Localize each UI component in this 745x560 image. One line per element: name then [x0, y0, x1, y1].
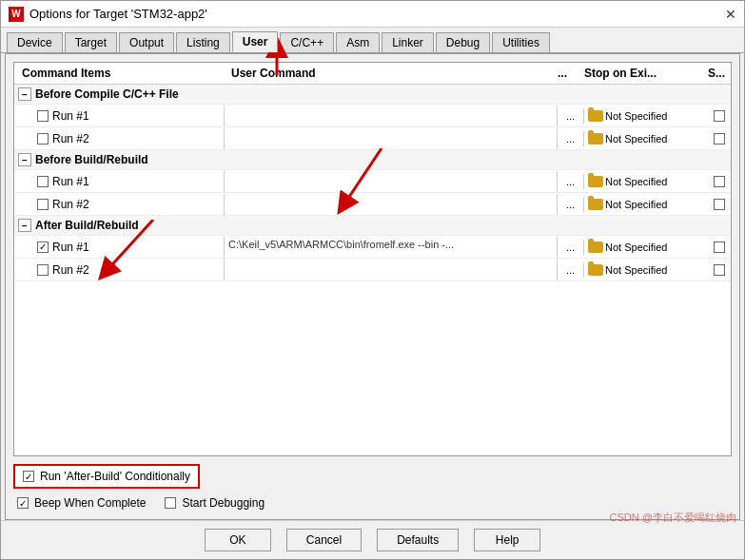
after-build-run2-dots[interactable]: ... — [558, 262, 584, 278]
tab-output[interactable]: Output — [119, 32, 174, 52]
tab-utilities[interactable]: Utilities — [492, 32, 550, 52]
title-bar: W Options for Target 'STM32-app2' ✕ — [1, 1, 744, 28]
before-compile-run2-label: Run #2 — [14, 130, 224, 147]
bottom-section: ✓ Run 'After-Build' Conditionally ✓ Beep… — [13, 464, 732, 512]
tab-linker[interactable]: Linker — [382, 32, 434, 52]
expand-before-compile[interactable]: − — [18, 87, 31, 101]
folder-icon-4 — [588, 199, 603, 210]
before-build-run1-checkbox[interactable] — [37, 176, 49, 187]
expand-after-build[interactable]: − — [18, 219, 31, 232]
beep-checkbox[interactable]: ✓ — [17, 497, 29, 509]
defaults-button[interactable]: Defaults — [377, 529, 459, 551]
before-build-run2-dots[interactable]: ... — [558, 197, 584, 212]
before-build-run2-stop — [708, 199, 731, 210]
after-build-run2-checkbox[interactable] — [37, 264, 49, 276]
before-compile-run1-checkbox[interactable] — [37, 110, 49, 122]
after-build-run1-dots[interactable]: ... — [558, 240, 584, 255]
before-build-run2: Run #2 ... Not Specified — [14, 193, 731, 216]
help-button[interactable]: Help — [474, 529, 540, 551]
before-compile-run1-command[interactable] — [224, 106, 558, 126]
section-before-build-title: − Before Build/Rebuild — [14, 150, 224, 169]
before-build-run2-ns-text: Not Specified — [605, 199, 667, 210]
start-debugging-checkbox[interactable] — [165, 497, 176, 509]
table-header: Command Items User Command ... Stop on E… — [14, 63, 731, 85]
run-conditionally-box: ✓ Run 'After-Build' Conditionally — [13, 464, 200, 489]
after-build-run2-command[interactable] — [224, 260, 558, 280]
after-build-run1-checkbox[interactable]: ✓ — [37, 241, 49, 253]
expand-before-build[interactable]: − — [18, 153, 31, 166]
after-build-run1-stop-cb[interactable] — [714, 241, 725, 253]
after-build-run2-ns-text: Not Specified — [605, 264, 667, 276]
title-bar-left: W Options for Target 'STM32-app2' — [9, 7, 207, 22]
after-build-run2-checkbox-wrap — [37, 264, 49, 276]
before-build-run1-stop — [708, 176, 731, 187]
tab-user[interactable]: User — [232, 31, 279, 52]
before-compile-run1-label: Run #1 — [14, 107, 224, 125]
tab-target[interactable]: Target — [65, 32, 117, 52]
tab-asm[interactable]: Asm — [336, 32, 380, 52]
section-before-build: − Before Build/Rebuild — [14, 150, 731, 170]
before-compile-run1-text: Run #1 — [52, 109, 89, 123]
section-after-build: − After Build/Rebuild — [14, 216, 731, 236]
before-compile-run1-ns-text: Not Specified — [605, 110, 667, 122]
before-compile-run2-stop — [708, 133, 731, 145]
close-button[interactable]: ✕ — [725, 7, 736, 22]
after-build-run1-not-specified: Not Specified — [584, 240, 708, 255]
col-user-command: User Command — [227, 66, 554, 81]
before-build-run1-command[interactable] — [224, 171, 558, 192]
before-build-run1-ns-text: Not Specified — [605, 176, 667, 187]
before-build-run1-checkbox-wrap — [37, 176, 49, 187]
col-command-items: Command Items — [18, 66, 227, 81]
after-build-run2-text: Run #2 — [52, 263, 89, 277]
before-compile-run2-dots[interactable]: ... — [558, 131, 584, 146]
tab-device[interactable]: Device — [7, 32, 63, 52]
before-compile-run2-text: Run #2 — [52, 132, 89, 145]
folder-icon-6 — [588, 264, 603, 276]
folder-icon-2 — [588, 133, 603, 145]
tab-cpp[interactable]: C/C++ — [280, 32, 334, 52]
beep-label: Beep When Complete — [34, 496, 146, 510]
after-build-run1-command[interactable]: C:\Keil_v5\ARM\ARMCC\bin\fromelf.exe --b… — [224, 237, 558, 258]
table-body: − Before Compile C/C++ File Run #1 ... — [14, 85, 731, 455]
app-icon: W — [9, 7, 24, 22]
before-compile-run2-command[interactable] — [224, 128, 558, 149]
run-conditionally-label: Run 'After-Build' Conditionally — [40, 470, 190, 483]
tabs-bar: Device Target Output Listing User C/C++ … — [1, 28, 744, 53]
after-build-run2: Run #2 ... Not Specified — [14, 259, 731, 281]
before-build-run1-dots[interactable]: ... — [558, 174, 584, 189]
before-compile-run2-checkbox-wrap — [37, 133, 49, 145]
before-build-run1-label: Run #1 — [14, 173, 224, 190]
section-after-build-title: − After Build/Rebuild — [14, 216, 224, 235]
ok-button[interactable]: OK — [205, 529, 271, 551]
after-build-run2-stop — [708, 264, 731, 276]
after-build-run2-not-specified: Not Specified — [584, 262, 708, 278]
before-build-run2-checkbox-wrap — [37, 199, 49, 210]
cancel-button[interactable]: Cancel — [286, 529, 362, 551]
folder-icon-3 — [588, 176, 603, 187]
start-debugging-option: Start Debugging — [165, 496, 265, 510]
before-compile-run2-checkbox[interactable] — [37, 133, 49, 145]
watermark: CSDN @李白不爱喝红烧肉 — [610, 511, 736, 525]
before-compile-run1-stop-cb[interactable] — [714, 110, 725, 122]
tab-debug[interactable]: Debug — [436, 32, 490, 52]
after-build-run1: ✓ Run #1 C:\Keil_v5\ARM\ARMCC\bin\fromel… — [14, 236, 731, 259]
before-build-run1-stop-cb[interactable] — [714, 176, 725, 187]
before-build-run2-checkbox[interactable] — [37, 199, 49, 210]
before-build-run2-label: Run #2 — [14, 196, 224, 213]
after-build-run2-stop-cb[interactable] — [714, 264, 725, 276]
tab-listing[interactable]: Listing — [176, 32, 230, 52]
section-before-compile-title: − Before Compile C/C++ File — [14, 85, 224, 104]
run-conditionally-checkbox[interactable]: ✓ — [23, 471, 34, 482]
before-build-run1: Run #1 ... Not Specified — [14, 170, 731, 193]
folder-icon-5 — [588, 241, 603, 253]
command-table: Command Items User Command ... Stop on E… — [13, 62, 732, 456]
before-compile-run2-not-specified: Not Specified — [584, 131, 708, 146]
before-build-run2-command[interactable] — [224, 194, 558, 215]
before-compile-run2-stop-cb[interactable] — [714, 133, 725, 145]
before-compile-run1-dots[interactable]: ... — [558, 108, 584, 124]
before-compile-run1: Run #1 ... Not Specified — [14, 105, 731, 127]
before-build-run2-stop-cb[interactable] — [714, 199, 725, 210]
col-dots: ... — [554, 66, 580, 81]
window-title: Options for Target 'STM32-app2' — [29, 7, 207, 21]
main-content: Command Items User Command ... Stop on E… — [5, 53, 740, 520]
